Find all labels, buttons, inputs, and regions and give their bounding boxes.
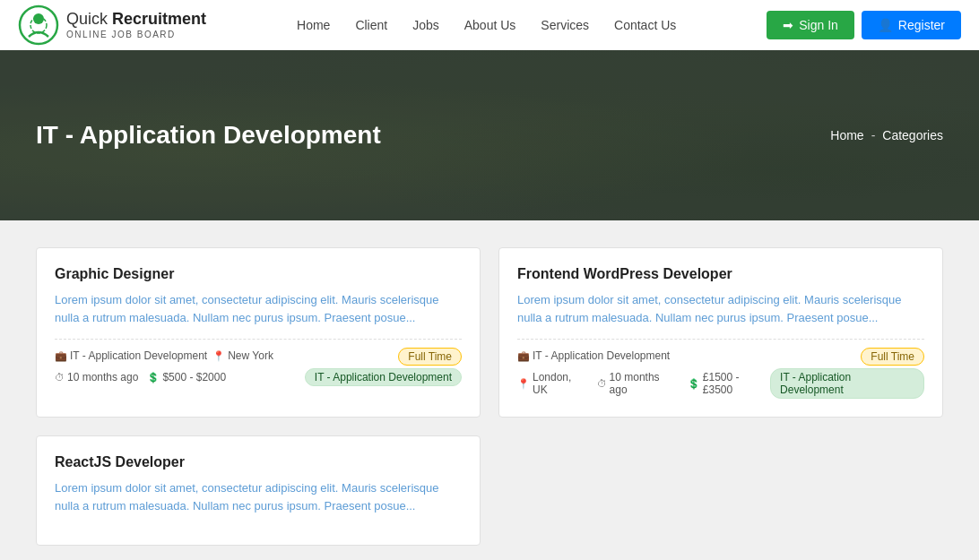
register-button[interactable]: 👤 Register xyxy=(862,11,961,39)
job-meta-row1: 💼 IT - Application Development Full Time xyxy=(517,349,924,363)
register-label: Register xyxy=(898,18,945,32)
nav-link-services[interactable]: Services xyxy=(541,18,589,32)
job-tag-badge: IT - Application Development xyxy=(305,368,462,386)
job-time: ⏱ 10 months ago xyxy=(597,371,679,396)
job-meta-row2: 📍 London, UK ⏱ 10 months ago 💲 £1500 - £… xyxy=(517,368,924,399)
nav-item-client[interactable]: Client xyxy=(355,18,387,32)
job-type-badge: Full Time xyxy=(398,349,462,363)
location-icon: 📍 xyxy=(517,378,530,390)
job-category: 💼 IT - Application Development xyxy=(55,349,207,362)
breadcrumb-separator: - xyxy=(871,128,876,142)
money-icon: 💲 xyxy=(688,378,700,390)
main-content: Graphic Designer Lorem ipsum dolor sit a… xyxy=(0,220,979,560)
nav-item-services[interactable]: Services xyxy=(541,18,589,32)
job-category: 💼 IT - Application Development xyxy=(517,349,670,362)
clock-icon: ⏱ xyxy=(55,372,65,383)
svg-point-1 xyxy=(33,13,44,24)
job-title: Frontend WordPress Developer xyxy=(517,266,924,282)
job-tag-badge: IT - Application Development xyxy=(770,368,924,399)
brand-text: Quick Recruitment ONLINE JOB BOARD xyxy=(66,10,206,40)
job-title: ReactJS Developer xyxy=(55,454,462,470)
main-nav: Home Client Jobs About Us Services Conta… xyxy=(297,18,676,32)
hero-content: IT - Application Development Home - Cate… xyxy=(0,121,979,150)
job-card: Graphic Designer Lorem ipsum dolor sit a… xyxy=(36,247,481,418)
navbar-actions: ➡ Sign In 👤 Register xyxy=(767,11,961,39)
job-time: ⏱ 10 months ago xyxy=(55,371,138,383)
brand-logo-area[interactable]: Quick Recruitment ONLINE JOB BOARD xyxy=(18,4,206,46)
nav-link-contact[interactable]: Contact Us xyxy=(614,18,676,32)
job-salary: 💲 £1500 - £3500 xyxy=(688,371,770,396)
breadcrumb-current: Categories xyxy=(882,128,943,142)
svg-point-0 xyxy=(20,6,57,44)
job-meta-row1: 💼 IT - Application Development 📍 New Yor… xyxy=(55,349,462,363)
job-card: Frontend WordPress Developer Lorem ipsum… xyxy=(498,247,943,418)
brand-subtitle: ONLINE JOB BOARD xyxy=(66,30,206,40)
navbar: Quick Recruitment ONLINE JOB BOARD Home … xyxy=(0,0,979,50)
job-meta-left: 📍 London, UK ⏱ 10 months ago 💲 £1500 - £… xyxy=(517,371,770,396)
nav-link-home[interactable]: Home xyxy=(297,18,330,32)
signin-icon: ➡ xyxy=(783,18,793,32)
job-description: Lorem ipsum dolor sit amet, consectetur … xyxy=(55,291,462,326)
money-icon: 💲 xyxy=(147,372,160,383)
job-salary: 💲 $500 - $2000 xyxy=(147,371,226,383)
breadcrumb: Home - Categories xyxy=(830,128,943,142)
clock-icon: ⏱ xyxy=(597,378,607,389)
job-meta-row2: ⏱ 10 months ago 💲 $500 - $2000 IT - Appl… xyxy=(55,368,462,386)
nav-item-jobs[interactable]: Jobs xyxy=(412,18,439,32)
location-icon: 📍 xyxy=(212,350,225,362)
signin-label: Sign In xyxy=(799,18,838,32)
job-location: 📍 London, UK xyxy=(517,371,588,396)
nav-link-client[interactable]: Client xyxy=(355,18,387,32)
job-card: ReactJS Developer Lorem ipsum dolor sit … xyxy=(36,435,481,546)
job-title: Graphic Designer xyxy=(55,266,462,282)
briefcase-icon: 💼 xyxy=(517,350,530,362)
briefcase-icon: 💼 xyxy=(55,350,67,362)
job-description: Lorem ipsum dolor sit amet, consectetur … xyxy=(517,291,924,326)
brand-title: Quick Recruitment xyxy=(66,10,206,30)
hero-banner: IT - Application Development Home - Cate… xyxy=(0,50,979,220)
job-location: 📍 New York xyxy=(212,349,273,362)
job-description: Lorem ipsum dolor sit amet, consectetur … xyxy=(55,479,462,514)
card-divider xyxy=(55,339,462,340)
hero-title: IT - Application Development xyxy=(36,121,381,150)
job-meta-left: ⏱ 10 months ago 💲 $500 - $2000 xyxy=(55,371,226,383)
register-icon: 👤 xyxy=(878,18,893,32)
nav-item-about[interactable]: About Us xyxy=(464,18,516,32)
nav-link-jobs[interactable]: Jobs xyxy=(412,18,439,32)
card-divider xyxy=(517,339,924,340)
breadcrumb-home[interactable]: Home xyxy=(830,128,863,142)
brand-logo-icon xyxy=(18,4,59,46)
job-type-badge: Full Time xyxy=(861,349,924,363)
signin-button[interactable]: ➡ Sign In xyxy=(767,11,854,39)
nav-item-contact[interactable]: Contact Us xyxy=(614,18,676,32)
nav-item-home[interactable]: Home xyxy=(297,18,330,32)
nav-link-about[interactable]: About Us xyxy=(464,18,516,32)
jobs-grid: Graphic Designer Lorem ipsum dolor sit a… xyxy=(36,247,943,546)
